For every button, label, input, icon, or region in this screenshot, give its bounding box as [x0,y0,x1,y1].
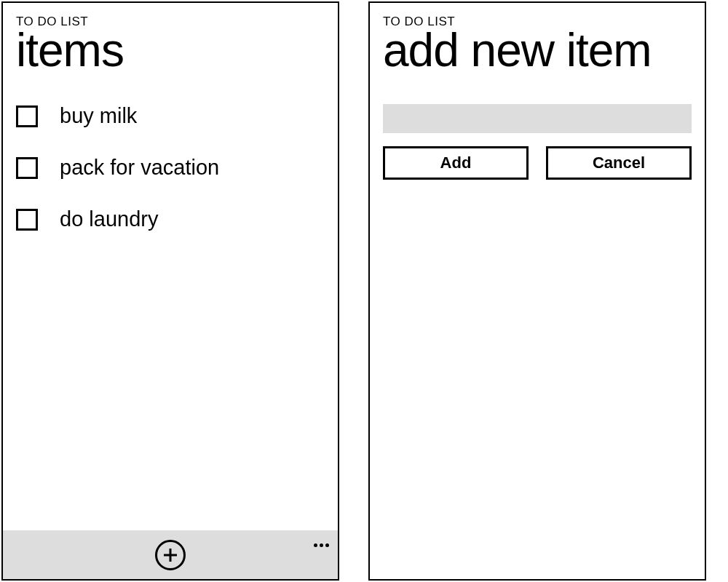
plus-icon [162,546,179,564]
more-icon [320,543,323,547]
more-icon [325,543,329,547]
page-title: items [16,26,325,75]
add-button[interactable] [155,540,186,570]
add-button[interactable]: Add [383,146,529,180]
header: TO DO LIST add new item [370,3,705,75]
item-label: do laundry [60,207,158,231]
list-item[interactable]: do laundry [16,207,325,231]
items-list: buy milk pack for vacation do laundry [3,75,338,579]
checkbox[interactable] [16,209,38,231]
new-item-input[interactable] [383,104,692,133]
button-row: Add Cancel [383,146,692,180]
appbar [3,530,338,579]
list-item[interactable]: pack for vacation [16,156,325,180]
checkbox[interactable] [16,105,38,127]
add-form: Add Cancel [370,75,705,579]
checkbox[interactable] [16,157,38,179]
list-item[interactable]: buy milk [16,104,325,128]
items-screen: TO DO LIST items buy milk pack for vacat… [1,1,339,581]
header: TO DO LIST items [3,3,338,75]
cancel-button[interactable]: Cancel [546,146,692,180]
add-item-screen: TO DO LIST add new item Add Cancel [368,1,706,581]
more-button[interactable] [312,536,329,547]
item-label: buy milk [60,104,137,128]
item-label: pack for vacation [60,156,219,180]
more-icon [314,543,317,547]
page-title: add new item [383,26,692,75]
